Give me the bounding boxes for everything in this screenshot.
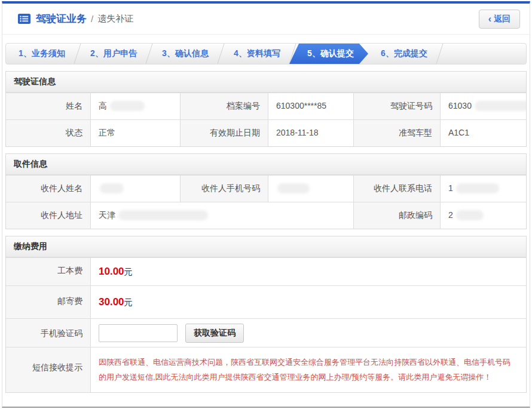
recipient-phone-value: 1 <box>441 176 526 202</box>
redaction-blur <box>475 101 526 111</box>
step-bar-tail <box>440 44 526 64</box>
production-fee-amount: 10.00 <box>99 266 124 277</box>
name-label: 姓名 <box>6 93 91 119</box>
step-1-business-notice: 1、业务须知 <box>6 44 78 64</box>
redaction-blur <box>456 210 484 220</box>
recipient-address-value: 天津 <box>91 202 354 229</box>
sms-notice-label: 短信接收提示 <box>6 348 91 392</box>
step-5-confirm-submit-active: 5、确认提交 <box>289 44 368 64</box>
back-button-label: 返回 <box>494 14 510 24</box>
license-info-section: 驾驶证信息 姓名 高 档案编号 610300****85 驾驶证号码 61030… <box>5 71 527 147</box>
recipient-name-label: 收件人姓名 <box>6 176 91 202</box>
redaction-blur <box>456 183 499 193</box>
step-3-confirm-info: 3、确认信息 <box>149 44 221 64</box>
action-bar: 上一步 完成 <box>2 393 530 409</box>
sms-code-label: 手机验证码 <box>6 319 91 347</box>
production-fee-label: 工本费 <box>6 258 91 285</box>
license-no-label: 驾驶证号码 <box>354 93 441 119</box>
breadcrumb-separator: / <box>91 14 93 24</box>
back-button[interactable]: ‹ 返回 <box>479 10 520 29</box>
recipient-name-value <box>91 176 181 202</box>
step-4-fill-data: 4、资料填写 <box>221 44 293 64</box>
redaction-blur <box>277 183 310 193</box>
step-2-user-declaration: 2、用户申告 <box>78 44 149 64</box>
file-no-label: 档案编号 <box>181 93 268 119</box>
step-label: 6、完成提交 <box>381 48 427 59</box>
step-label: 3、确认信息 <box>162 48 209 59</box>
page-title: 驾驶证业务 <box>36 12 87 26</box>
redaction-blur <box>118 210 208 220</box>
name-value: 高 <box>91 93 181 119</box>
mailing-fee-label: 邮寄费 <box>6 286 91 318</box>
postal-code-value: 2 <box>441 202 526 229</box>
sms-code-cell: 获取验证码 <box>91 319 526 347</box>
license-no-value: 61030 <box>441 93 526 119</box>
step-label: 1、业务须知 <box>19 48 65 59</box>
recipient-mobile-label: 收件人手机号码 <box>181 176 268 202</box>
list-icon <box>18 14 30 24</box>
main-content: 驾驶证信息 姓名 高 档案编号 610300****85 驾驶证号码 61030… <box>2 64 530 393</box>
chevron-left-icon: ‹ <box>488 14 491 24</box>
page-header: 驾驶证业务 / 遗失补证 ‹ 返回 <box>2 4 530 35</box>
get-sms-code-button[interactable]: 获取验证码 <box>185 324 244 343</box>
redaction-blur <box>100 183 124 193</box>
section-title-fees: 缴纳费用 <box>6 236 526 257</box>
pickup-info-section: 取件信息 收件人姓名 收件人手机号码 收件人联系电话 1 收件人地址 天津 邮政… <box>5 153 527 229</box>
step-label: 2、用户申告 <box>90 48 137 59</box>
step-6-complete-submit: 6、完成提交 <box>368 44 440 64</box>
status-value: 正常 <box>91 120 181 146</box>
page-container: 驾驶证业务 / 遗失补证 ‹ 返回 1、业务须知 2、用户申告 3、确认信息 4… <box>2 1 530 408</box>
mailing-fee-unit: 元 <box>124 297 133 307</box>
production-fee-value: 10.00元 <box>91 258 526 285</box>
recipient-mobile-value <box>268 176 354 202</box>
step-label: 5、确认提交 <box>307 48 354 59</box>
recipient-phone-label: 收件人联系电话 <box>354 176 441 202</box>
vehicle-class-value: A1C1 <box>441 120 526 146</box>
postal-code-label: 邮政编码 <box>354 202 441 229</box>
section-title-license: 驾驶证信息 <box>6 72 526 93</box>
vehicle-class-label: 准驾车型 <box>354 120 441 146</box>
mailing-fee-amount: 30.00 <box>99 296 124 307</box>
expiry-value: 2018-11-18 <box>268 120 354 146</box>
breadcrumb-current: 遗失补证 <box>97 13 133 24</box>
step-progress-bar: 1、业务须知 2、用户申告 3、确认信息 4、资料填写 5、确认提交 6、完成提… <box>5 43 527 64</box>
mailing-fee-value: 30.00元 <box>91 286 526 318</box>
file-no-value: 610300****85 <box>268 93 354 119</box>
production-fee-unit: 元 <box>124 267 133 276</box>
expiry-label: 有效期止日期 <box>181 120 268 146</box>
fees-section: 缴纳费用 工本费 10.00元 邮寄费 30.00元 手机验证码 获取验证码 短… <box>5 236 527 393</box>
sms-notice-text: 因陕西省联通、电信运营商技术问题，陕西省互联网交通安全综合服务管理平台无法向持陕… <box>91 348 526 392</box>
sms-code-input[interactable] <box>99 324 178 342</box>
recipient-address-label: 收件人地址 <box>6 202 91 229</box>
redaction-blur <box>110 101 145 111</box>
section-title-pickup: 取件信息 <box>6 154 526 175</box>
status-label: 状态 <box>6 120 91 146</box>
step-label: 4、资料填写 <box>234 48 280 59</box>
